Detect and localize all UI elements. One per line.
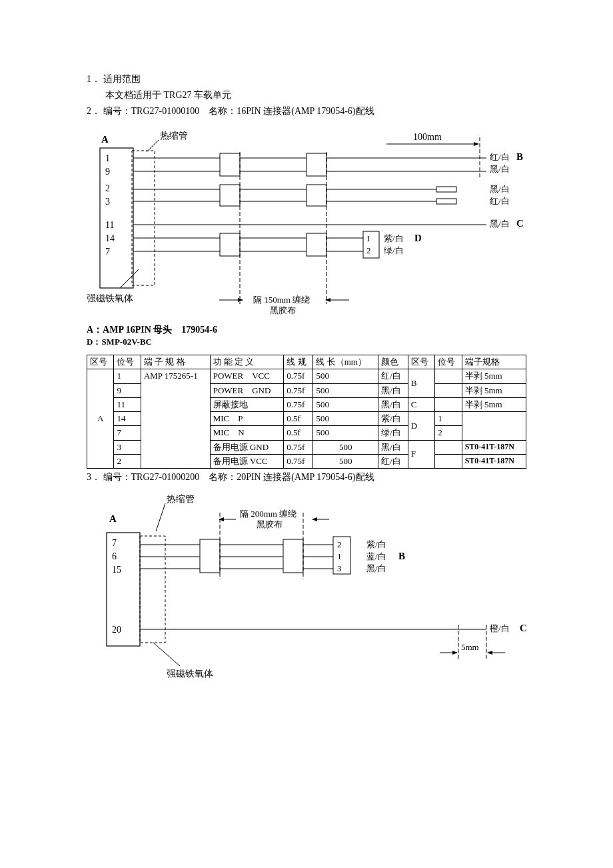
svg-text:6: 6	[112, 551, 117, 561]
svg-text:A: A	[109, 513, 117, 524]
th-gauge: 线 规	[284, 355, 313, 369]
section-3-header: 3． 编号：TRG27-01000200 名称：20PIN 连接器(AMP 17…	[87, 471, 526, 483]
svg-rect-65	[200, 539, 220, 573]
th-zone: 区号	[87, 355, 114, 369]
svg-line-47	[120, 269, 139, 288]
svg-text:黑胶布: 黑胶布	[270, 305, 296, 315]
svg-rect-31	[306, 233, 326, 256]
svg-text:蓝/白: 蓝/白	[366, 551, 386, 561]
svg-text:20: 20	[112, 625, 121, 635]
svg-line-85	[153, 643, 180, 666]
th-zone2: 区号	[408, 355, 434, 369]
svg-text:黑/白: 黑/白	[490, 184, 510, 194]
section-1-title: 适用范围	[103, 74, 141, 84]
svg-text:红/白: 红/白	[490, 196, 510, 206]
svg-text:黑/白: 黑/白	[490, 219, 510, 229]
diagram1-label-A: A	[101, 134, 109, 145]
svg-line-0	[147, 140, 159, 152]
table-header-row: 区号 位号 端 子 规 格 功 能 定 义 线 规 线 长（mm） 颜色 区号 …	[87, 355, 526, 369]
svg-text:强磁铁氧体: 强磁铁氧体	[87, 293, 133, 303]
th-terminal: 端 子 规 格	[141, 355, 210, 369]
section-2-title: 编号：TRG27-01000100 名称：16PIN 连接器(AMP 17905…	[103, 106, 374, 116]
section-1-body: 本文档适用于 TRG27 车载单元	[87, 89, 526, 101]
svg-rect-69	[333, 537, 350, 574]
svg-text:黑胶布: 黑胶布	[257, 519, 283, 529]
svg-rect-20	[306, 185, 326, 206]
svg-text:C: C	[516, 218, 524, 229]
svg-line-50	[156, 503, 165, 531]
svg-text:100mm: 100mm	[413, 132, 442, 142]
svg-rect-53	[140, 536, 165, 643]
svg-text:绿/白: 绿/白	[384, 245, 404, 255]
svg-text:1: 1	[366, 233, 371, 243]
svg-text:1: 1	[337, 551, 342, 561]
svg-text:3: 3	[105, 197, 110, 207]
cell-zoneA: A	[87, 369, 114, 469]
svg-rect-19	[220, 185, 240, 206]
svg-text:热缩管: 热缩管	[167, 494, 195, 504]
th-pos: 位号	[114, 355, 141, 369]
svg-text:黑/白: 黑/白	[366, 563, 386, 573]
section-3-title: 编号：TRG27-01000200 名称：20PIN 连接器(AMP 17905…	[103, 472, 374, 482]
th-length: 线 长（mm）	[313, 355, 378, 369]
svg-rect-30	[220, 233, 240, 256]
svg-text:2: 2	[337, 539, 342, 549]
svg-text:紫/白: 紫/白	[384, 233, 404, 243]
svg-text:D: D	[414, 233, 422, 243]
svg-rect-32	[363, 231, 379, 258]
svg-text:红/白: 红/白	[490, 152, 510, 162]
svg-rect-22	[436, 199, 456, 204]
svg-rect-13	[306, 153, 326, 176]
diagram1-label-line-A: A：AMP 16PIN 母头 179054-6	[87, 324, 526, 336]
section-2-header: 2． 编号：TRG27-01000100 名称：16PIN 连接器(AMP 17…	[87, 105, 526, 117]
svg-text:1: 1	[105, 153, 110, 163]
svg-text:5mm: 5mm	[461, 642, 479, 652]
svg-text:B: B	[516, 151, 523, 162]
diagram1-heatshrink-label: 热缩管	[160, 131, 188, 141]
svg-text:2: 2	[366, 245, 371, 255]
th-color: 颜色	[378, 355, 408, 369]
svg-text:2: 2	[105, 183, 110, 193]
section-2-num: 2．	[87, 106, 101, 116]
svg-text:隔 200mm 缠绕: 隔 200mm 缠绕	[240, 509, 297, 519]
svg-text:7: 7	[112, 538, 117, 548]
svg-text:C: C	[520, 623, 526, 633]
svg-text:强磁铁氧体: 强磁铁氧体	[167, 669, 213, 679]
th-func: 功 能 定 义	[210, 355, 284, 369]
diagram1-label-line-D: D：SMP-02V-BC	[87, 336, 526, 348]
svg-rect-2	[132, 151, 155, 285]
diagram-1: A 热缩管 1 9 2 3 11 14 7 红/白 黑/白 B 黑/白 红/白 …	[87, 128, 526, 321]
svg-text:橙/白: 橙/白	[490, 623, 510, 633]
svg-text:14: 14	[105, 233, 115, 243]
th-pos2: 位号	[435, 355, 462, 369]
section-3-num: 3．	[87, 472, 101, 482]
svg-text:紫/白: 紫/白	[366, 539, 386, 549]
svg-rect-12	[220, 153, 240, 176]
section-1-num: 1．	[87, 74, 101, 84]
svg-text:黑/白: 黑/白	[490, 164, 510, 174]
table-row: A 1 AMP 175265-1 POWER VCC 0.75f 500 红/白…	[87, 369, 526, 383]
section-1-header: 1． 适用范围	[87, 73, 526, 85]
svg-text:B: B	[398, 551, 405, 561]
svg-text:11: 11	[105, 220, 114, 230]
diagram-2: 热缩管 A 7 6 15 20 隔 200mm 缠绕 黑胶布 2 1 3 紫/白…	[87, 493, 526, 686]
svg-text:隔 150mm 缠绕: 隔 150mm 缠绕	[253, 295, 310, 305]
svg-rect-66	[283, 539, 303, 573]
svg-text:7: 7	[105, 247, 110, 257]
th-terminal2: 端子规格	[462, 355, 526, 369]
spec-table-1: 区号 位号 端 子 规 格 功 能 定 义 线 规 线 长（mm） 颜色 区号 …	[87, 355, 526, 469]
svg-text:9: 9	[105, 167, 110, 177]
svg-text:15: 15	[112, 565, 121, 575]
svg-text:3: 3	[337, 563, 342, 573]
svg-rect-21	[436, 187, 456, 192]
